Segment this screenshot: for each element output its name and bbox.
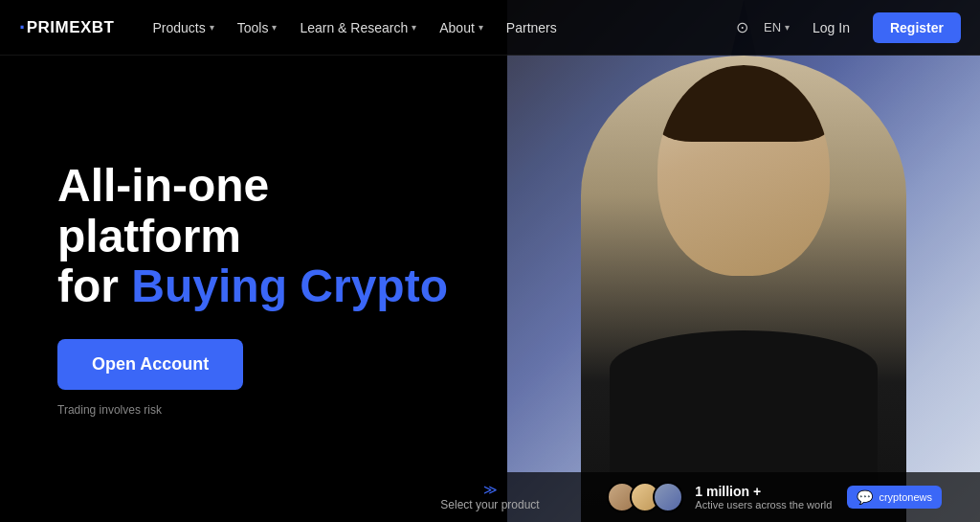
news-icon: 💬 — [857, 489, 873, 505]
nav-right: ⊙ EN ▾ Log In Register — [732, 12, 961, 43]
login-button[interactable]: Log In — [801, 14, 861, 41]
hero-section: All-in-one platform for Buying Crypto Op… — [0, 0, 980, 522]
nav-menu: Products ▾ Tools ▾ Learn & Research ▾ Ab… — [143, 14, 732, 41]
nav-item-learn[interactable]: Learn & Research ▾ — [290, 14, 426, 41]
hero-left: All-in-one platform for Buying Crypto Op… — [0, 0, 507, 522]
logo-dot: · — [19, 15, 26, 40]
logo-prime: PRIME — [27, 18, 80, 37]
scroll-indicator[interactable]: ≫ Select your product — [440, 483, 539, 511]
language-selector[interactable]: EN ▾ — [764, 20, 790, 34]
person-head — [657, 65, 830, 276]
chevron-down-icon: ▾ — [785, 22, 790, 33]
help-icon[interactable]: ⊙ — [732, 14, 752, 40]
hero-headline: All-in-one platform for Buying Crypto — [57, 161, 450, 312]
chevron-down-icon: ▾ — [272, 22, 277, 33]
avatar — [653, 482, 683, 512]
user-count: 1 million + — [695, 484, 832, 499]
trading-disclaimer: Trading involves risk — [57, 403, 450, 417]
scroll-arrows-icon: ≫ — [483, 483, 498, 496]
register-button[interactable]: Register — [873, 12, 961, 43]
chevron-down-icon: ▾ — [412, 22, 416, 33]
news-badge[interactable]: 💬 cryptonews — [847, 486, 942, 509]
user-count-info: 1 million + Active users across the worl… — [695, 484, 832, 511]
bottom-bar: ≫ Select your product 1 million + Active… — [0, 472, 980, 522]
nav-item-partners[interactable]: Partners — [497, 14, 567, 41]
chevron-down-icon: ▾ — [210, 22, 214, 33]
person-hair — [657, 65, 830, 142]
news-label: cryptonews — [879, 491, 932, 503]
user-count-sub: Active users across the world — [695, 499, 832, 511]
nav-item-products[interactable]: Products ▾ — [143, 14, 223, 41]
open-account-button[interactable]: Open Account — [57, 339, 243, 390]
hero-person — [581, 56, 906, 522]
scroll-label: Select your product — [440, 498, 539, 511]
site-logo[interactable]: · PRIME XBT — [19, 15, 114, 40]
chevron-down-icon: ▾ — [479, 22, 483, 33]
user-count-section: 1 million + Active users across the worl… — [607, 482, 832, 512]
navbar: · PRIME XBT Products ▾ Tools ▾ Learn & R… — [0, 0, 980, 56]
logo-xbt: XBT — [80, 18, 115, 37]
user-avatars — [607, 482, 683, 512]
nav-item-about[interactable]: About ▾ — [430, 14, 493, 41]
hero-image — [507, 0, 980, 522]
nav-item-tools[interactable]: Tools ▾ — [228, 14, 287, 41]
